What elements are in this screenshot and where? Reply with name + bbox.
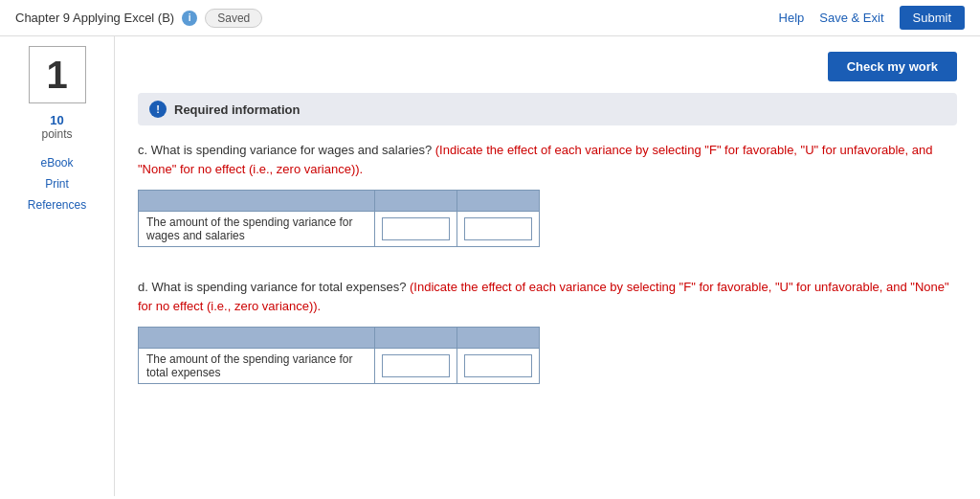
- total-input-cell-1[interactable]: [375, 349, 457, 384]
- ebook-link[interactable]: eBook: [40, 156, 73, 170]
- table-row: The amount of the spending variance for …: [139, 212, 540, 247]
- wages-input-cell-1[interactable]: [375, 212, 457, 247]
- save-exit-link[interactable]: Save & Exit: [819, 11, 883, 25]
- question-d-text: d. What is spending variance for total e…: [138, 278, 957, 315]
- top-bar: Chapter 9 Applying Excel (B) i Saved Hel…: [0, 0, 980, 36]
- col-header-label: [139, 191, 375, 212]
- question-number: 1: [46, 54, 67, 97]
- help-link[interactable]: Help: [779, 11, 805, 25]
- question-d-table: The amount of the spending variance for …: [138, 327, 540, 384]
- table-d-header-row: [139, 328, 540, 349]
- question-c-table: The amount of the spending variance for …: [138, 190, 540, 247]
- check-bar: Check my work: [138, 52, 957, 81]
- references-link[interactable]: References: [28, 198, 86, 212]
- required-text: Required information: [174, 102, 300, 117]
- main-content: Check my work ! Required information c. …: [115, 36, 980, 496]
- question-d-label: d. What is spending variance for total e…: [138, 280, 406, 294]
- total-input-cell-2[interactable]: [457, 349, 540, 384]
- col-header-1: [375, 191, 457, 212]
- wages-input-cell-2[interactable]: [457, 212, 540, 247]
- main-layout: 1 10 points eBook Print References Check…: [0, 36, 980, 496]
- required-banner: ! Required information: [138, 93, 957, 125]
- check-my-work-button[interactable]: Check my work: [828, 52, 957, 81]
- question-c-label: c. What is spending variance for wages a…: [138, 143, 432, 157]
- col-d-header-1: [375, 328, 457, 349]
- wages-input-2[interactable]: [465, 218, 531, 239]
- row-label-total: The amount of the spending variance for …: [139, 349, 375, 384]
- wages-input-1[interactable]: [383, 218, 449, 239]
- row-label-wages: The amount of the spending variance for …: [139, 212, 375, 247]
- info-icon[interactable]: i: [182, 11, 197, 26]
- top-bar-left: Chapter 9 Applying Excel (B) i Saved: [15, 9, 262, 28]
- sidebar: 1 10 points eBook Print References: [0, 36, 115, 496]
- question-c-text: c. What is spending variance for wages a…: [138, 141, 957, 178]
- question-number-box: 1: [29, 46, 86, 103]
- points-value: 10: [50, 113, 63, 127]
- table-header-row: [139, 191, 540, 212]
- col-d-header-2: [457, 328, 540, 349]
- total-input-1[interactable]: [383, 355, 449, 376]
- top-bar-actions: Help Save & Exit Submit: [779, 6, 965, 30]
- table-row: The amount of the spending variance for …: [139, 349, 540, 384]
- exclamation-icon: !: [149, 101, 167, 118]
- total-input-2[interactable]: [465, 355, 531, 376]
- print-link[interactable]: Print: [45, 177, 69, 191]
- col-header-2: [457, 191, 540, 212]
- col-d-header-label: [139, 328, 375, 349]
- saved-badge: Saved: [205, 9, 262, 28]
- points-label: points: [41, 127, 72, 141]
- page-title: Chapter 9 Applying Excel (B): [15, 11, 174, 25]
- submit-button[interactable]: Submit: [900, 6, 965, 30]
